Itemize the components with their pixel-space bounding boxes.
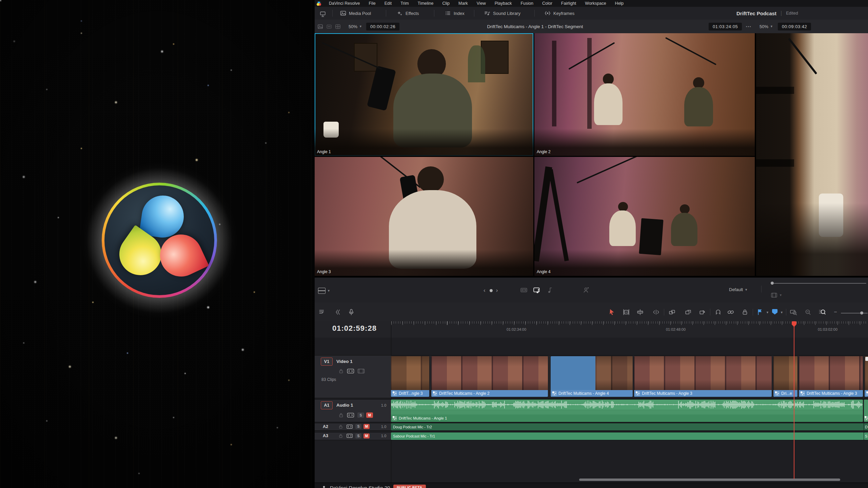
- menu-item[interactable]: DaVinci Resolve: [324, 0, 364, 7]
- add-flag-icon[interactable]: [755, 307, 765, 317]
- solo-button[interactable]: S: [355, 424, 361, 429]
- audio-track-3-header[interactable]: A3 S M 1.0: [315, 432, 391, 440]
- full-extent-zoom-icon[interactable]: [789, 307, 798, 317]
- slider-track[interactable]: [774, 283, 866, 284]
- track-lock-icon[interactable]: [338, 368, 344, 375]
- audio-clip-a3-continuation[interactable]: S: [864, 432, 868, 440]
- menu-item[interactable]: Color: [538, 0, 557, 7]
- menu-item[interactable]: Fusion: [516, 0, 538, 7]
- video-clip[interactable]: DriftTec Multicams - Angle 2: [431, 356, 548, 397]
- auto-select-icon[interactable]: [347, 368, 354, 375]
- selection-mode-tool[interactable]: [607, 307, 617, 317]
- media-pool-button[interactable]: Media Pool: [340, 7, 371, 20]
- voiceover-mic-icon[interactable]: [347, 307, 356, 317]
- davinci-app-icon[interactable]: [317, 1, 321, 6]
- timeline-preset-select[interactable]: Default ▼: [729, 287, 748, 292]
- track-destination-v1[interactable]: V1: [321, 358, 333, 366]
- next-edit-icon[interactable]: ›: [496, 287, 499, 294]
- menu-item[interactable]: Edit: [380, 0, 396, 7]
- audio-clip-a1-continuation[interactable]: [864, 400, 868, 422]
- mute-button[interactable]: M: [363, 433, 370, 439]
- solo-button[interactable]: S: [355, 433, 361, 439]
- duration-timecode[interactable]: 00:09:03:42: [778, 20, 811, 33]
- menu-item[interactable]: Trim: [396, 0, 413, 7]
- audio-track-2-header[interactable]: A2 S M 1.0: [315, 423, 391, 430]
- zoom-slider-handle[interactable]: [860, 311, 863, 314]
- stabilization-icon[interactable]: [334, 307, 343, 317]
- menu-item[interactable]: Fairlight: [557, 0, 580, 7]
- effects-button[interactable]: Effects: [397, 7, 419, 20]
- record-timecode[interactable]: 01:03:24:05: [709, 20, 742, 33]
- viewer-overflow-menu[interactable]: •••: [746, 20, 752, 33]
- add-marker-icon[interactable]: [770, 307, 780, 317]
- dynamic-trim-mode-tool[interactable]: [651, 307, 661, 317]
- auto-select-icon[interactable]: [346, 424, 353, 430]
- video-track-name[interactable]: Video 1: [336, 359, 353, 364]
- mute-button[interactable]: M: [366, 412, 373, 418]
- zoom-out-minus[interactable]: −: [831, 307, 840, 317]
- track-lock-icon[interactable]: [338, 433, 343, 440]
- horizontal-scrollbar[interactable]: [579, 479, 840, 481]
- audio-track-2-lane[interactable]: Doug Podcast Mic - Tr2 D: [391, 423, 868, 430]
- record-viewer-video[interactable]: [756, 33, 868, 276]
- mute-button[interactable]: M: [363, 424, 370, 429]
- menu-item[interactable]: Help: [611, 0, 628, 7]
- multicam-layout-select[interactable]: ▼: [318, 288, 330, 294]
- collaboration-icon[interactable]: [583, 286, 590, 294]
- track-destination-a1[interactable]: A1: [321, 401, 333, 409]
- slider-handle[interactable]: [771, 282, 774, 285]
- previous-edit-icon[interactable]: ‹: [484, 287, 486, 294]
- menu-item[interactable]: Workspace: [580, 0, 610, 7]
- current-frame-icon[interactable]: [490, 289, 493, 292]
- snapping-icon[interactable]: [713, 307, 723, 317]
- multicam-cut-video-audio-icon[interactable]: [533, 286, 541, 294]
- audio-track-1-name[interactable]: Audio 1: [336, 403, 353, 408]
- track-lock-icon[interactable]: [338, 424, 343, 430]
- timeline-view-select[interactable]: ▼: [771, 292, 782, 298]
- trim-edit-mode-tool[interactable]: [622, 307, 631, 317]
- marker-color-chevron[interactable]: ▼: [780, 311, 783, 314]
- menu-item[interactable]: Mark: [454, 0, 472, 7]
- flag-color-chevron[interactable]: ▼: [766, 311, 769, 314]
- audio-track-1-level[interactable]: 1.0: [381, 403, 386, 407]
- menu-item[interactable]: Timeline: [413, 0, 438, 7]
- multicam-cut-audio-icon[interactable]: [547, 286, 554, 294]
- multicam-angle-1-video[interactable]: Angle 1: [315, 33, 533, 156]
- video-clip[interactable]: DriftTec Multicams - Angle 3: [634, 356, 772, 397]
- menu-item[interactable]: View: [472, 0, 490, 7]
- auto-select-icon[interactable]: [347, 412, 354, 419]
- auto-select-icon[interactable]: [346, 433, 353, 440]
- audio-track-1-lane[interactable]: DriftTec Multicams - Angle 1: [391, 400, 868, 422]
- razor-edit-mode-tool[interactable]: [635, 307, 645, 317]
- audio-track-1-header[interactable]: A1 Audio 1 1.0 S M: [315, 400, 391, 422]
- linked-selection-icon[interactable]: [726, 307, 735, 317]
- video-clip[interactable]: DriftTec Multicams - Angle 4: [551, 356, 633, 397]
- multicam-cut-video-icon[interactable]: [520, 286, 528, 294]
- timeline-view-options-icon[interactable]: [317, 307, 327, 317]
- track-lock-icon[interactable]: [338, 412, 344, 419]
- replace-clip-icon[interactable]: [697, 307, 707, 317]
- custom-zoom-icon[interactable]: [817, 307, 827, 317]
- video-clip[interactable]: [865, 356, 868, 397]
- video-track-header[interactable]: V1 Video 1 83 Clips: [315, 355, 391, 398]
- solo-button[interactable]: S: [357, 412, 364, 418]
- zoom-slider-track[interactable]: [841, 313, 868, 313]
- cinema-viewer-icon[interactable]: [318, 9, 328, 19]
- audio-track-3-lane[interactable]: Sabour Podcast Mic - Tr1 S: [391, 432, 868, 440]
- overwrite-clip-icon[interactable]: [683, 307, 693, 317]
- keyframes-button[interactable]: Keyframes: [545, 7, 574, 20]
- audio-clip-a1[interactable]: DriftTec Multicams - Angle 1: [391, 400, 863, 422]
- multicam-angle-2-video[interactable]: Angle 2: [534, 33, 755, 156]
- track-id-a3[interactable]: A3: [323, 433, 328, 438]
- clip-marker[interactable]: [865, 357, 868, 361]
- record-zoom-select[interactable]: 50%▼: [760, 20, 773, 33]
- track-id-a2[interactable]: A2: [323, 424, 328, 429]
- position-lock-icon[interactable]: [740, 307, 750, 317]
- multicam-angle-3-video[interactable]: Angle 3: [315, 157, 533, 276]
- menu-item[interactable]: File: [364, 0, 380, 7]
- playhead-line[interactable]: [794, 323, 794, 479]
- audio-track-3-level[interactable]: 1.0: [381, 434, 386, 438]
- menu-item[interactable]: Playback: [490, 0, 516, 7]
- frame-view-icon[interactable]: [357, 368, 365, 375]
- video-clip[interactable]: DriftT...ngle 3: [391, 356, 429, 397]
